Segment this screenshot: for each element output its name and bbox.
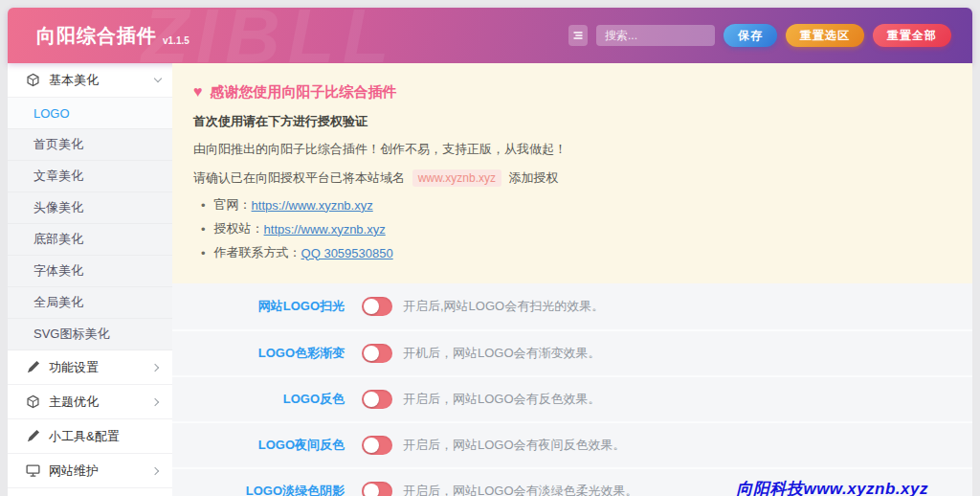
sidebar-item-logo[interactable]: LOGO <box>8 98 172 129</box>
sidebar-item-article-beautify[interactable]: 文章美化 <box>8 161 172 192</box>
menu-icon[interactable] <box>568 25 588 46</box>
toggle-switch[interactable] <box>362 390 392 409</box>
link-label: 授权站： <box>214 220 264 237</box>
sidebar-item-svg-icon-beautify[interactable]: SVG图标美化 <box>8 319 172 350</box>
cube-icon <box>26 73 40 87</box>
monitor-icon <box>26 463 40 478</box>
link-label: 官网： <box>214 196 252 214</box>
content-panel: ♥感谢您使用向阳子比综合插件 首次使用请在下方进行授权验证 由向阳推出的向阳子比… <box>172 63 972 496</box>
search-input[interactable] <box>596 25 715 46</box>
sidebar-group-function-settings[interactable]: 功能设置 <box>8 350 172 385</box>
sidebar-item-footer-beautify[interactable]: 底部美化 <box>8 224 172 256</box>
notice-line2-prefix: 请确认已在向阳授权平台已将本站域名 <box>193 170 405 185</box>
site-watermark: 向阳科技www.xyznb.xyz <box>736 478 928 496</box>
sidebar-group-label: 功能设置 <box>49 359 99 376</box>
toggle-switch[interactable] <box>362 482 392 496</box>
list-item: 官网： https://www.xyznb.xyz <box>201 196 951 214</box>
notice-subtitle: 首次使用请在下方进行授权验证 <box>193 113 951 130</box>
save-button[interactable]: 保存 <box>724 24 777 47</box>
toggle-switch[interactable] <box>362 436 392 455</box>
chevron-right-icon <box>151 397 159 405</box>
sidebar-item-avatar-beautify[interactable]: 头像美化 <box>8 192 172 224</box>
sidebar: 基本美化 LOGO 首页美化 文章美化 头像美化 底部美化 字体美化 全局 <box>8 63 172 496</box>
sidebar-group-label: 主题优化 <box>49 394 99 411</box>
setting-description: 开启后,网站LOGO会有扫光的效果。 <box>403 298 604 315</box>
sidebar-item-label: 全局美化 <box>33 294 83 311</box>
setting-description: 开启后，网站LOGO会有夜间反色效果。 <box>403 437 626 454</box>
setting-label: LOGO淡绿色阴影 <box>172 483 345 496</box>
sidebar-group-label: 网站维护 <box>49 462 99 480</box>
sidebar-group-basic-beautify[interactable]: 基本美化 <box>8 63 172 98</box>
sidebar-item-label: SVG图标美化 <box>33 326 109 343</box>
notice-line2-suffix: 添加授权 <box>509 170 559 185</box>
setting-description: 开启后，网站LOGO会有淡绿色柔光效果。 <box>403 483 638 496</box>
list-item: 作者联系方式： QQ 3059530850 <box>201 244 951 261</box>
sidebar-item-home-beautify[interactable]: 首页美化 <box>8 129 172 161</box>
sidebar-item-global-beautify[interactable]: 全局美化 <box>8 287 172 319</box>
sidebar-item-font-beautify[interactable]: 字体美化 <box>8 256 172 287</box>
notice-line2: 请确认已在向阳授权平台已将本站域名 www.xyznb.xyz 添加授权 <box>193 169 951 188</box>
reset-section-button[interactable]: 重置选区 <box>786 24 864 47</box>
sidebar-item-label: 底部美化 <box>33 231 83 248</box>
authorization-notice: ♥感谢您使用向阳子比综合插件 首次使用请在下方进行授权验证 由向阳推出的向阳子比… <box>172 63 972 283</box>
official-site-link[interactable]: https://www.xyznb.xyz <box>252 198 373 213</box>
sidebar-item-label: 头像美化 <box>33 199 83 216</box>
notice-link-list: 官网： https://www.xyznb.xyz 授权站： https://w… <box>201 196 951 261</box>
page: ZIBLL 向阳综合插件 v1.1.5 保存 重置选区 重置全部 基本美化 LO… <box>8 8 972 496</box>
toggle-knob <box>364 299 379 314</box>
reset-all-button[interactable]: 重置全部 <box>873 24 951 47</box>
setting-label: 网站LOGO扫光 <box>172 298 345 315</box>
heart-icon: ♥ <box>193 83 203 100</box>
cube-icon <box>26 395 40 409</box>
page-title: 向阳综合插件 <box>36 23 157 49</box>
setting-description: 开机后，网站LOGO会有渐变效果。 <box>403 345 601 362</box>
toggle-knob <box>364 392 379 407</box>
sidebar-item-label: LOGO <box>33 106 70 121</box>
setting-label: LOGO反色 <box>172 391 345 408</box>
setting-description: 开启后，网站LOGO会有反色效果。 <box>403 391 601 408</box>
main-area: 基本美化 LOGO 首页美化 文章美化 头像美化 底部美化 字体美化 全局 <box>8 63 972 496</box>
brush-icon <box>26 360 40 374</box>
sidebar-group-label: 基本美化 <box>49 72 99 89</box>
toggle-knob <box>364 438 379 453</box>
notice-line1: 由向阳推出的向阳子比综合插件！创作不易，支持正版，从我做起！ <box>193 140 951 159</box>
license-site-link[interactable]: https://www.xyznb.xyz <box>264 222 386 237</box>
notice-title: ♥感谢您使用向阳子比综合插件 <box>193 83 951 101</box>
sidebar-group-site-maintenance[interactable]: 网站维护 <box>8 454 172 488</box>
setting-row-logo-invert: LOGO反色 开启后，网站LOGO会有反色效果。 <box>172 375 972 421</box>
setting-row-logo-gradient: LOGO色彩渐变 开机后，网站LOGO会有渐变效果。 <box>172 329 972 375</box>
setting-row-logo-sweep: 网站LOGO扫光 开启后,网站LOGO会有扫光的效果。 <box>172 283 972 329</box>
header-bar: ZIBLL 向阳综合插件 v1.1.5 保存 重置选区 重置全部 <box>8 8 972 63</box>
toggle-knob <box>364 346 379 361</box>
notice-title-text: 感谢您使用向阳子比综合插件 <box>211 83 397 100</box>
sidebar-group-theme-optimize[interactable]: 主题优化 <box>8 385 172 419</box>
setting-label: LOGO色彩渐变 <box>172 345 345 362</box>
chevron-down-icon <box>154 75 162 82</box>
header-controls: 保存 重置选区 重置全部 <box>568 24 951 47</box>
sidebar-item-label: 文章美化 <box>33 168 83 185</box>
brush-icon <box>26 429 40 443</box>
chevron-right-icon <box>151 363 159 371</box>
sidebar-group-tools-config[interactable]: 小工具&配置 <box>8 419 172 454</box>
list-item: 授权站： https://www.xyznb.xyz <box>201 220 951 237</box>
setting-label: LOGO夜间反色 <box>172 437 345 454</box>
toggle-knob <box>364 484 379 496</box>
toggle-switch[interactable] <box>362 297 392 316</box>
sidebar-item-label: 首页美化 <box>33 136 83 153</box>
domain-badge: www.xyznb.xyz <box>412 169 501 187</box>
sidebar-item-label: 字体美化 <box>33 262 83 280</box>
version-badge: v1.1.5 <box>163 35 189 46</box>
chevron-right-icon <box>151 466 159 474</box>
sidebar-group-label: 小工具&配置 <box>49 428 120 445</box>
link-label: 作者联系方式： <box>214 244 301 261</box>
toggle-switch[interactable] <box>362 344 392 363</box>
setting-row-logo-night-invert: LOGO夜间反色 开启后，网站LOGO会有夜间反色效果。 <box>172 421 972 467</box>
author-contact-link[interactable]: QQ 3059530850 <box>301 246 393 260</box>
